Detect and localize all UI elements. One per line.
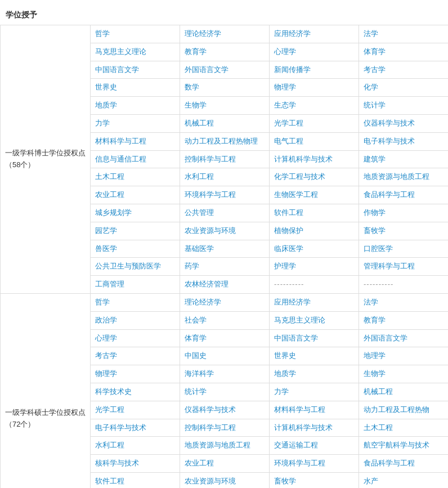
- subject-link[interactable]: 数学: [185, 83, 199, 91]
- subject-link[interactable]: 外国语言文学: [185, 65, 229, 74]
- subject-link[interactable]: 哲学: [95, 29, 110, 38]
- subject-link[interactable]: 光学工程: [95, 405, 124, 414]
- subject-link[interactable]: 化学工程与技术: [274, 172, 325, 181]
- subject-link[interactable]: 科学技术史: [95, 387, 132, 396]
- subject-link[interactable]: 口腔医学: [364, 244, 393, 253]
- subject-link[interactable]: 力学: [274, 387, 289, 396]
- subject-link[interactable]: 计算机科学与技术: [274, 155, 333, 163]
- subject-link[interactable]: 畜牧学: [274, 477, 296, 485]
- subject-link[interactable]: 兽医学: [95, 244, 117, 253]
- subject-link[interactable]: 地质学: [274, 369, 296, 378]
- subject-link[interactable]: 环境科学与工程: [274, 459, 325, 467]
- subject-link[interactable]: 马克思主义理论: [95, 47, 146, 56]
- subject-link[interactable]: 植物保护: [274, 226, 303, 235]
- subject-link[interactable]: 体育学: [185, 334, 207, 342]
- subject-link[interactable]: 仪器科学与技术: [364, 119, 415, 127]
- subject-link[interactable]: 作物学: [364, 208, 386, 217]
- subject-link[interactable]: 水产: [364, 477, 378, 485]
- subject-link[interactable]: 电子科学与技术: [364, 137, 415, 145]
- subject-link[interactable]: 体育学: [364, 47, 386, 56]
- subject-link[interactable]: 信息与通信工程: [95, 155, 146, 163]
- subject-link[interactable]: 物理学: [95, 369, 117, 378]
- subject-link[interactable]: 外国语言文学: [364, 334, 407, 342]
- subject-link[interactable]: 药学: [185, 262, 199, 270]
- subject-link[interactable]: 电气工程: [274, 137, 303, 145]
- subject-link[interactable]: 世界史: [95, 83, 117, 91]
- subject-link[interactable]: 地质资源与地质工程: [364, 172, 429, 181]
- subject-link[interactable]: 中国语言文学: [95, 65, 139, 74]
- subject-link[interactable]: 控制科学与工程: [185, 423, 236, 432]
- subject-link[interactable]: 土木工程: [364, 423, 393, 432]
- subject-link[interactable]: 物理学: [274, 83, 296, 91]
- subject-link[interactable]: 控制科学与工程: [185, 155, 236, 163]
- subject-link[interactable]: 生物学: [364, 369, 386, 378]
- subject-link[interactable]: 生态学: [274, 101, 296, 109]
- subject-link[interactable]: 护理学: [274, 262, 296, 270]
- subject-link[interactable]: 土木工程: [95, 172, 124, 181]
- subject-link[interactable]: 环境科学与工程: [185, 190, 236, 199]
- subject-link[interactable]: 光学工程: [274, 119, 303, 127]
- subject-link[interactable]: 交通运输工程: [274, 441, 318, 449]
- subject-link[interactable]: 统计学: [185, 387, 207, 396]
- subject-link[interactable]: 园艺学: [95, 226, 117, 235]
- subject-link[interactable]: 哲学: [95, 298, 110, 306]
- subject-link[interactable]: 农业工程: [185, 459, 214, 467]
- subject-link[interactable]: 马克思主义理论: [274, 316, 325, 324]
- subject-link[interactable]: 农业资源与环境: [185, 477, 236, 485]
- subject-link[interactable]: 海洋科学: [185, 369, 214, 378]
- subject-link[interactable]: 中国语言文学: [274, 334, 318, 342]
- subject-link[interactable]: 地理学: [364, 351, 386, 360]
- subject-link[interactable]: 机械工程: [364, 387, 393, 396]
- subject-link[interactable]: 农业资源与环境: [185, 226, 236, 235]
- subject-link[interactable]: 工商管理: [95, 280, 124, 288]
- subject-link[interactable]: 核科学与技术: [95, 459, 139, 467]
- subject-link[interactable]: 食品科学与工程: [364, 190, 415, 199]
- subject-link[interactable]: 畜牧学: [364, 226, 386, 235]
- subject-link[interactable]: 社会学: [185, 316, 207, 324]
- subject-link[interactable]: 农业工程: [95, 190, 124, 199]
- subject-link[interactable]: 教育学: [185, 47, 207, 56]
- subject-link[interactable]: 基础医学: [185, 244, 214, 253]
- subject-link[interactable]: 临床医学: [274, 244, 303, 253]
- subject-link[interactable]: 应用经济学: [274, 29, 311, 38]
- subject-link[interactable]: 法学: [364, 29, 378, 38]
- subject-link[interactable]: 生物学: [185, 101, 207, 109]
- subject-link[interactable]: 软件工程: [95, 477, 124, 485]
- subject-link[interactable]: 心理学: [95, 334, 117, 342]
- subject-link[interactable]: 地质资源与地质工程: [185, 441, 250, 449]
- subject-link[interactable]: 农林经济管理: [185, 280, 229, 288]
- subject-link[interactable]: 计算机科学与技术: [274, 423, 333, 432]
- subject-link[interactable]: 动力工程及工程热物: [364, 405, 429, 414]
- subject-link[interactable]: 水利工程: [95, 441, 124, 449]
- subject-link[interactable]: 仪器科学与技术: [185, 405, 236, 414]
- subject-link[interactable]: 教育学: [364, 316, 386, 324]
- subject-link[interactable]: 食品科学与工程: [364, 459, 415, 467]
- subject-link[interactable]: 建筑学: [364, 155, 386, 163]
- subject-link[interactable]: 航空宇航科学与技术: [364, 441, 429, 449]
- subject-link[interactable]: 化学: [364, 83, 378, 91]
- subject-link[interactable]: 应用经济学: [274, 298, 311, 306]
- subject-link[interactable]: 生物医学工程: [274, 190, 318, 199]
- subject-link[interactable]: 心理学: [274, 47, 296, 56]
- subject-link[interactable]: 政治学: [95, 316, 117, 324]
- subject-link[interactable]: 软件工程: [274, 208, 303, 217]
- subject-link[interactable]: 电子科学与技术: [95, 423, 146, 432]
- subject-link[interactable]: 地质学: [95, 101, 117, 109]
- subject-link[interactable]: 中国史: [185, 351, 207, 360]
- subject-link[interactable]: 法学: [364, 298, 378, 306]
- subject-link[interactable]: 机械工程: [185, 119, 214, 127]
- subject-link[interactable]: 公共卫生与预防医学: [95, 262, 161, 270]
- subject-link[interactable]: 动力工程及工程热物理: [185, 137, 258, 145]
- subject-link[interactable]: 理论经济学: [185, 29, 221, 38]
- subject-link[interactable]: 考古学: [95, 351, 117, 360]
- subject-link[interactable]: 世界史: [274, 351, 296, 360]
- subject-link[interactable]: 考古学: [364, 65, 386, 74]
- subject-link[interactable]: 公共管理: [185, 208, 214, 217]
- subject-link[interactable]: 统计学: [364, 101, 386, 109]
- subject-link[interactable]: 理论经济学: [185, 298, 221, 306]
- subject-link[interactable]: 水利工程: [185, 172, 214, 181]
- subject-link[interactable]: 材料科学与工程: [274, 405, 325, 414]
- subject-link[interactable]: 新闻传播学: [274, 65, 311, 74]
- subject-link[interactable]: 城乡规划学: [95, 208, 132, 217]
- subject-link[interactable]: 材料科学与工程: [95, 137, 146, 145]
